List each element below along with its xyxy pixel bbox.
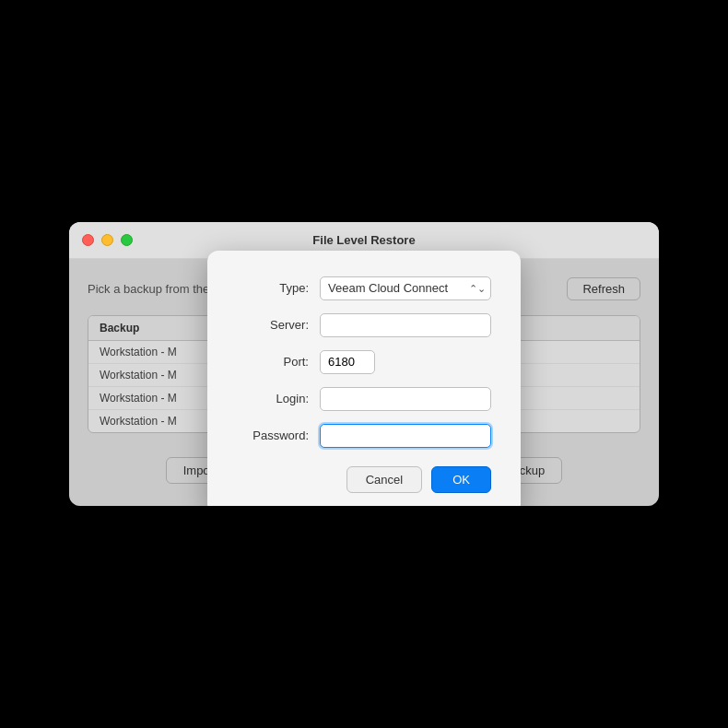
ok-button[interactable]: OK: [431, 466, 491, 493]
login-row: Login:: [237, 387, 491, 411]
password-input[interactable]: [320, 424, 491, 448]
port-input[interactable]: [320, 350, 375, 374]
login-input[interactable]: [320, 387, 491, 411]
server-row: Server:: [237, 313, 491, 337]
modal-overlay: Type: Veeam Cloud Connect Local Network …: [69, 259, 659, 506]
type-select-wrapper: Veeam Cloud Connect Local Network ⌃⌄: [320, 276, 491, 300]
server-input[interactable]: [320, 313, 491, 337]
port-row: Port:: [237, 350, 491, 374]
traffic-lights: [82, 234, 133, 246]
password-label: Password:: [237, 429, 320, 442]
close-button[interactable]: [82, 234, 94, 246]
port-label: Port:: [237, 355, 320, 369]
server-label: Server:: [237, 318, 320, 332]
minimize-button[interactable]: [101, 234, 113, 246]
modal-buttons: Cancel OK: [237, 466, 491, 493]
type-label: Type:: [237, 281, 320, 295]
type-select[interactable]: Veeam Cloud Connect Local Network: [320, 276, 491, 300]
type-row: Type: Veeam Cloud Connect Local Network …: [237, 276, 491, 300]
main-window: File Level Restore Pick a backup from th…: [69, 222, 659, 506]
maximize-button[interactable]: [121, 234, 133, 246]
modal-dialog: Type: Veeam Cloud Connect Local Network …: [207, 251, 521, 507]
login-label: Login:: [237, 392, 320, 405]
window-title: File Level Restore: [312, 233, 415, 247]
password-row: Password:: [237, 424, 491, 448]
cancel-button[interactable]: Cancel: [346, 466, 422, 493]
window-body: Pick a backup from the list or import a …: [69, 259, 659, 506]
